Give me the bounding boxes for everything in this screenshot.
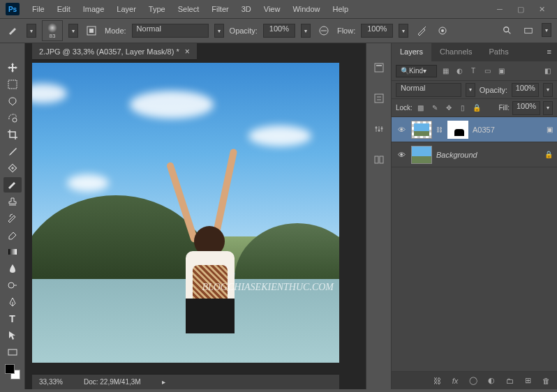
- eyedropper-tool[interactable]: [3, 144, 22, 159]
- lock-all-icon[interactable]: 🔒: [471, 103, 482, 114]
- filter-pixel-icon[interactable]: ▦: [440, 66, 451, 77]
- add-mask-icon[interactable]: ◯: [468, 375, 479, 386]
- menu-3d[interactable]: 3D: [236, 2, 257, 16]
- rectangle-tool[interactable]: [3, 345, 22, 360]
- move-tool[interactable]: [3, 60, 22, 75]
- filter-adjust-icon[interactable]: ◐: [454, 66, 465, 77]
- adjustment-layer-icon[interactable]: ◐: [486, 375, 497, 386]
- close-button[interactable]: ✕: [532, 3, 551, 15]
- filter-kind-select[interactable]: 🔍 Kind ▾: [396, 65, 437, 77]
- marquee-tool[interactable]: [3, 77, 22, 92]
- stamp-tool[interactable]: [3, 194, 22, 209]
- visibility-toggle[interactable]: 👁: [396, 126, 407, 134]
- type-tool[interactable]: T: [3, 311, 22, 326]
- filter-toggle-icon[interactable]: ◧: [542, 66, 553, 77]
- menu-file[interactable]: File: [27, 2, 50, 16]
- brush-tool[interactable]: [3, 177, 22, 193]
- blend-mode-select[interactable]: Normal: [132, 24, 209, 38]
- airbrush-icon[interactable]: [414, 23, 429, 38]
- menu-select[interactable]: Select: [172, 2, 205, 16]
- lock-transparency-icon[interactable]: ▩: [415, 103, 426, 114]
- menu-view[interactable]: View: [258, 2, 286, 16]
- brush-panel-icon[interactable]: [84, 23, 99, 38]
- layer-row[interactable]: 👁 Background 🔒: [392, 142, 557, 167]
- zoom-level[interactable]: 33,33%: [39, 378, 63, 386]
- tool-preset-icon[interactable]: [6, 23, 21, 38]
- mask-link-icon[interactable]: ⛓: [436, 126, 443, 133]
- visibility-toggle[interactable]: 👁: [396, 151, 407, 159]
- layer-name[interactable]: A0357: [473, 126, 495, 134]
- history-panel-icon[interactable]: [371, 60, 387, 75]
- libraries-panel-icon[interactable]: [371, 152, 387, 167]
- new-layer-icon[interactable]: ⊞: [522, 375, 533, 386]
- eraser-tool[interactable]: [3, 227, 22, 243]
- opacity-dropdown[interactable]: ▾: [301, 24, 311, 38]
- canvas[interactable]: BLOGCHIASEKIENTHUC.COM: [32, 63, 339, 363]
- layer-thumbnail[interactable]: [411, 121, 432, 139]
- filter-smart-icon[interactable]: ▣: [496, 66, 507, 77]
- search-icon[interactable]: [500, 23, 515, 38]
- lock-artboard-icon[interactable]: ▯: [457, 103, 468, 114]
- pressure-opacity-icon[interactable]: [316, 23, 332, 38]
- layer-opacity-dropdown[interactable]: ▾: [543, 83, 553, 97]
- document-tab[interactable]: 2.JPG @ 33,3% (A0357, Layer Mask/8) * ×: [32, 43, 197, 60]
- dodge-tool[interactable]: [3, 278, 22, 293]
- blend-dropdown[interactable]: ▾: [466, 83, 475, 97]
- lock-pixels-icon[interactable]: ✎: [429, 103, 440, 114]
- menu-help[interactable]: Help: [327, 2, 355, 16]
- status-chevron-icon[interactable]: ▸: [162, 378, 165, 386]
- delete-layer-icon[interactable]: 🗑: [540, 375, 551, 386]
- layer-blend-select[interactable]: Normal: [396, 83, 461, 97]
- adjustments-panel-icon[interactable]: [371, 121, 387, 137]
- close-tab-icon[interactable]: ×: [185, 47, 190, 56]
- history-brush-tool[interactable]: [3, 211, 22, 226]
- quick-select-tool[interactable]: [3, 110, 22, 126]
- menu-window[interactable]: Window: [287, 2, 325, 16]
- tab-layers[interactable]: Layers: [392, 43, 431, 61]
- menu-filter[interactable]: Filter: [206, 2, 234, 16]
- brush-dropdown[interactable]: ▾: [68, 24, 78, 38]
- layer-opacity-input[interactable]: 100%: [512, 83, 539, 97]
- tool-preset-dropdown[interactable]: ▾: [27, 24, 36, 38]
- fill-input[interactable]: 100%: [512, 101, 540, 115]
- blur-tool[interactable]: [3, 261, 22, 276]
- fill-dropdown[interactable]: ▾: [543, 101, 553, 115]
- color-swatches[interactable]: [5, 364, 20, 379]
- lock-position-icon[interactable]: ✥: [443, 103, 454, 114]
- tab-paths[interactable]: Paths: [481, 43, 517, 61]
- layer-thumbnail[interactable]: [411, 146, 432, 164]
- gradient-tool[interactable]: [3, 244, 22, 259]
- path-select-tool[interactable]: [3, 328, 22, 343]
- menu-type[interactable]: Type: [143, 2, 171, 16]
- crop-tool[interactable]: [3, 127, 22, 142]
- minimize-button[interactable]: ─: [490, 3, 510, 15]
- canvas-viewport[interactable]: BLOGCHIASEKIENTHUC.COM: [25, 60, 366, 374]
- lasso-tool[interactable]: [3, 93, 22, 109]
- menu-layer[interactable]: Layer: [111, 2, 142, 16]
- workspace-dropdown[interactable]: ▾: [542, 23, 551, 37]
- flow-dropdown[interactable]: ▾: [399, 24, 408, 38]
- mask-thumbnail[interactable]: [447, 121, 468, 139]
- menu-edit[interactable]: Edit: [52, 2, 76, 16]
- maximize-button[interactable]: ▢: [511, 3, 530, 15]
- layer-row[interactable]: 👁 ⛓ A0357 ▣: [392, 117, 557, 142]
- filter-shape-icon[interactable]: ▭: [482, 66, 493, 77]
- flow-input[interactable]: 100%: [361, 24, 393, 38]
- group-icon[interactable]: 🗀: [504, 375, 515, 386]
- properties-panel-icon[interactable]: [371, 91, 387, 106]
- opacity-input[interactable]: 100%: [263, 24, 295, 38]
- pen-tool[interactable]: [3, 294, 22, 310]
- link-layers-icon[interactable]: ⛓: [431, 375, 443, 386]
- filter-type-icon[interactable]: T: [468, 66, 479, 77]
- layer-fx-icon[interactable]: fx: [450, 375, 461, 386]
- mode-dropdown[interactable]: ▾: [214, 24, 224, 38]
- brush-preview[interactable]: 83: [42, 20, 63, 41]
- share-icon[interactable]: [521, 23, 536, 38]
- healing-tool[interactable]: [3, 160, 22, 176]
- foreground-color[interactable]: [5, 364, 15, 374]
- panel-menu-icon[interactable]: ≡: [542, 43, 557, 61]
- layer-name[interactable]: Background: [436, 151, 477, 159]
- pressure-size-icon[interactable]: [435, 23, 450, 38]
- tab-channels[interactable]: Channels: [431, 43, 480, 61]
- menu-image[interactable]: Image: [77, 2, 110, 16]
